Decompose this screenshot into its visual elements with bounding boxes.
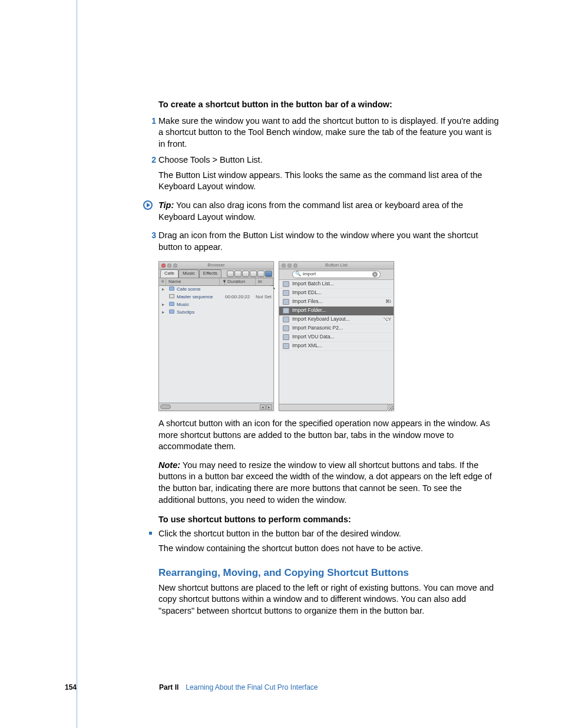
list-item-selected: Import Folder... [279,307,394,315]
search-field: 🔍 import × [292,271,381,278]
browser-window: Browser Cafe Music Effects ↖ ≡ Name ▼ Du [158,261,274,411]
disclosure-icon: ▸ [160,309,166,316]
paragraph: New shortcut buttons are placed to the l… [158,582,500,617]
search-text: import [303,271,372,278]
main-content: To create a shortcut button in the butto… [158,99,500,617]
window-title: Button List [279,262,394,269]
command-icon [283,334,289,340]
row-name: Cafe scene [176,286,225,293]
bullet-subtext: The window containing the shortcut butto… [158,543,500,555]
list-item: Import XML... [279,342,394,351]
browser-rows: ▸ Cafe scene Master sequence 00:00:20:22… [159,286,273,403]
bin-row: ▸ Music [159,301,273,309]
button-bar: ↖ [227,270,272,278]
search-bar: 🔍 import × [279,269,394,280]
tab-effects: Effects [199,269,222,278]
command-list: Import Batch List... Import EDL... Impor… [279,280,394,404]
step-number: 2 [147,154,156,166]
column-header: ≡ Name ▼ Duration In [159,278,273,286]
command-icon [283,299,289,305]
list-item: Import Files...⌘I [279,298,394,307]
dragged-button [265,271,272,277]
toolbar-button [242,271,249,277]
toolbar-button [257,271,265,277]
tip-icon [143,200,153,210]
command-icon [283,325,289,331]
step-text: Drag an icon from the Button List window… [158,230,500,253]
command-icon [283,281,289,287]
margin-rule [77,0,77,728]
list-item: Import EDL... [279,289,394,298]
list-item: Import VDU Data... [279,333,394,342]
folder-icon [168,309,174,316]
step-number: 3 [147,230,156,241]
note-text: You may need to resize the window to vie… [158,460,492,505]
titlebar: Button List [279,262,394,269]
command-icon [283,308,289,314]
bin-row: ▸ Cafe scene [159,286,273,294]
tip-label: Tip: [158,200,174,210]
page-footer: 154 Part II Learning About the Final Cut… [65,683,501,691]
scrollbar: ◂▸ [159,403,273,410]
button-list-window: Button List 🔍 import × Import Batch List… [279,261,394,411]
search-icon: 🔍 [295,271,301,278]
scroll-thumb [160,404,171,409]
tip-body: Tip: You can also drag icons from the co… [158,200,500,223]
step-1: 1 Make sure the window you want to add t… [158,116,500,150]
titlebar: Browser [159,262,273,269]
tab-cafe: Cafe [160,269,178,278]
tip-text: You can also drag icons from the command… [158,200,463,222]
folder-icon [168,286,174,293]
step-number: 1 [147,116,156,127]
paragraph: A shortcut button with an icon for the s… [158,418,500,453]
step-2: 2 Choose Tools > Button List. The Button… [158,154,500,193]
tab-music: Music [178,269,199,278]
screenshot-figure: Browser Cafe Music Effects ↖ ≡ Name ▼ Du [158,261,394,411]
disclosure-icon: ▸ [160,302,166,308]
col-duration: Duration [225,278,256,285]
toolbar-button [227,271,234,277]
sequence-row: Master sequence 00:00:20:22 Not Set [159,294,273,301]
chapter-title: Learning About the Final Cut Pro Interfa… [186,683,318,691]
grip-icon [387,404,394,411]
list-item: Import Keyboard Layout...⌥Y [279,315,394,324]
list-item: Import Batch List... [279,280,394,289]
clear-icon: × [372,272,378,277]
heading-create-shortcut: To create a shortcut button in the butto… [158,99,500,111]
window-title: Browser [159,262,273,269]
row-name: Master sequence [176,294,225,301]
scroll-arrows: ◂▸ [260,404,272,410]
command-icon [283,290,289,296]
col-name: Name [166,278,220,285]
toolbar-button [250,271,257,277]
tip-callout: Tip: You can also drag icons from the co… [158,200,500,223]
step-text: Choose Tools > Button List. [158,154,500,166]
sequence-icon [168,294,174,301]
bullet-text: Click the shortcut button in the button … [158,528,500,540]
row-duration: 00:00:20:22 [225,294,256,301]
part-label: Part II [159,683,178,691]
col-sort: ▼ [220,278,225,285]
note-paragraph: Note: You may need to resize the window … [158,460,500,506]
bin-row: ▸ Subclips [159,309,273,317]
row-name: Music [176,302,225,308]
disclosure-icon: ▸ [160,286,166,293]
bullet-item: Click the shortcut button in the button … [158,528,500,555]
page-number: 154 [65,683,88,691]
heading-use-shortcut: To use shortcut buttons to perform comma… [158,514,500,526]
step-subtext: The Button List window appears. This loo… [158,170,500,193]
row-name: Subclips [176,309,225,316]
folder-icon [168,302,174,308]
step-3: 3 Drag an icon from the Button List wind… [158,230,500,253]
command-icon [283,343,289,349]
bullet-icon [149,532,152,535]
toolbar-button [234,271,242,277]
resize-grip [279,404,394,410]
command-icon [283,317,289,322]
list-item: Import Panasonic P2... [279,324,394,333]
section-heading: Rearranging, Moving, and Copying Shortcu… [158,566,500,580]
col-icon: ≡ [159,278,166,285]
step-text: Make sure the window you want to add the… [158,116,500,150]
row-in: Not Set [256,294,273,301]
note-label: Note: [158,460,180,470]
